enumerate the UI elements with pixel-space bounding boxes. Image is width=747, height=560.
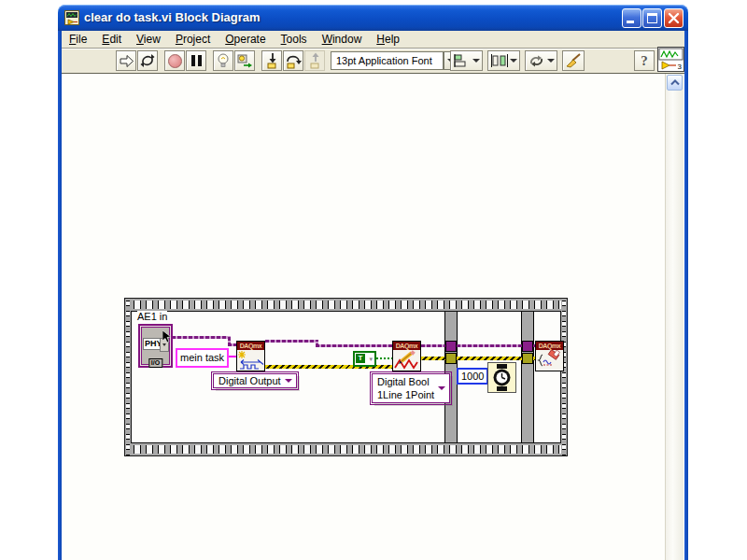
help-button[interactable]: ? xyxy=(634,50,655,71)
chevron-down-icon xyxy=(162,343,166,346)
menubar: File Edit View Project Operate Tools Win… xyxy=(62,31,684,49)
menu-tools-rest: ools xyxy=(287,33,307,46)
minimize-icon xyxy=(627,21,634,23)
pause-icon xyxy=(191,55,195,66)
menu-operate-rest: perate xyxy=(234,33,266,46)
reorder-dropdown[interactable] xyxy=(525,50,557,71)
task-wire[interactable] xyxy=(316,344,393,347)
sequence-frame-divider-2 xyxy=(521,312,534,442)
pause-button[interactable] xyxy=(186,50,206,71)
error-wire[interactable] xyxy=(457,357,522,360)
channel-type-value: Digital Output xyxy=(218,375,281,386)
step-over-icon xyxy=(286,53,302,69)
error-tunnel[interactable] xyxy=(522,353,533,364)
task-wire[interactable] xyxy=(172,336,231,339)
menu-help-key: H xyxy=(376,33,385,46)
abort-button[interactable] xyxy=(164,50,185,71)
highlight-execution-button[interactable] xyxy=(213,50,233,71)
boolean-wire[interactable] xyxy=(376,357,393,359)
task-tunnel[interactable] xyxy=(445,341,457,352)
vertical-scrollbar[interactable] xyxy=(665,74,684,560)
align-objects-icon xyxy=(454,54,471,67)
menu-operate[interactable]: Operate xyxy=(225,33,265,46)
menu-project-rest: roject xyxy=(183,33,210,46)
chevron-down-icon xyxy=(285,379,292,383)
channel-constant-label[interactable]: AE1 in xyxy=(137,311,167,322)
font-selector[interactable]: 13pt Application Font xyxy=(331,51,444,70)
vi-badge-number: 3 xyxy=(678,63,682,71)
vi-app-icon xyxy=(64,10,79,25)
task-tunnel[interactable] xyxy=(522,341,533,352)
abort-icon xyxy=(168,54,182,68)
desktop: clear do task.vi Block Diagram File Edit… xyxy=(0,0,747,560)
reorder-icon xyxy=(529,54,545,68)
true-boolean-constant[interactable]: T ▾ xyxy=(353,351,376,367)
titlebar[interactable]: clear do task.vi Block Diagram xyxy=(58,5,688,31)
menu-project[interactable]: Project xyxy=(176,33,210,46)
task-wire[interactable] xyxy=(421,344,445,347)
retain-wire-values-icon xyxy=(237,53,253,68)
task-wire[interactable] xyxy=(457,344,522,347)
daqmx-create-header: DAQmx xyxy=(237,342,264,350)
error-wire[interactable] xyxy=(421,357,445,360)
align-objects-dropdown[interactable] xyxy=(450,50,483,71)
wristwatch-icon xyxy=(488,363,515,392)
menu-view[interactable]: View xyxy=(136,33,161,46)
broom-icon xyxy=(565,53,582,68)
menu-window-rest: indow xyxy=(332,33,361,46)
run-continuously-button[interactable] xyxy=(137,50,158,71)
distribute-objects-dropdown[interactable] xyxy=(487,50,520,71)
daqmx-write-node[interactable]: DAQmx xyxy=(392,341,421,371)
maximize-button[interactable] xyxy=(642,8,662,28)
menu-operate-key: O xyxy=(225,33,233,46)
window-title: clear do task.vi Block Diagram xyxy=(84,5,261,31)
close-button[interactable] xyxy=(664,8,684,28)
true-constant-value: T xyxy=(356,354,365,363)
wait-ms-constant[interactable]: 1000 xyxy=(457,368,488,385)
daqmx-clear-task-node[interactable]: DAQmx xyxy=(535,341,564,371)
minimize-button[interactable] xyxy=(622,8,641,28)
daqmx-clear-header: DAQmx xyxy=(536,342,563,350)
write-mode-line2: 1Line 1Point xyxy=(377,388,434,401)
chevron-down-icon xyxy=(438,386,445,390)
wait-ms-function[interactable] xyxy=(487,362,516,393)
daqmx-create-channel-node[interactable]: DAQmx xyxy=(236,341,265,371)
menu-file[interactable]: File xyxy=(69,33,87,46)
scroll-up-button[interactable] xyxy=(667,75,683,91)
retain-wire-values-button[interactable] xyxy=(234,50,255,71)
task-wire[interactable] xyxy=(265,340,318,343)
boolean-dropdown-icon: ▾ xyxy=(369,356,373,362)
menu-window-key: W xyxy=(322,33,332,46)
channel-type-ring[interactable]: Digital Output xyxy=(213,373,297,388)
write-mode-ring[interactable]: Digital Bool 1Line 1Point xyxy=(372,373,450,403)
task-name-constant[interactable]: mein task xyxy=(176,348,229,368)
error-tunnel[interactable] xyxy=(445,353,457,364)
step-into-button[interactable] xyxy=(261,50,282,71)
menu-file-rest: ile xyxy=(76,33,87,46)
sequence-film-border-right xyxy=(561,299,567,455)
run-button[interactable] xyxy=(116,50,136,71)
menu-edit-rest: dit xyxy=(109,33,121,46)
block-diagram-canvas[interactable]: AE1 in PHYS I/O mein task DAQmx xyxy=(62,74,666,560)
lightbulb-icon xyxy=(217,53,230,69)
labview-block-diagram-window: clear do task.vi Block Diagram File Edit… xyxy=(58,5,688,560)
daqmx-create-icon xyxy=(237,350,264,371)
chevron-up-icon xyxy=(670,79,680,86)
run-continuously-icon xyxy=(140,53,155,68)
write-mode-line1: Digital Bool xyxy=(377,375,434,388)
menu-tools[interactable]: Tools xyxy=(281,33,307,46)
menu-view-rest: iew xyxy=(144,33,161,46)
sequence-film-border-bottom xyxy=(131,443,561,455)
step-out-icon xyxy=(308,52,322,69)
cleanup-diagram-button[interactable] xyxy=(562,50,585,71)
menu-help[interactable]: Help xyxy=(376,33,400,46)
vi-icon-badge[interactable]: 3 xyxy=(657,47,684,72)
menu-project-key: P xyxy=(176,33,183,46)
mouse-cursor xyxy=(162,330,172,343)
menu-window[interactable]: Window xyxy=(322,33,362,46)
step-over-button[interactable] xyxy=(283,50,303,71)
daqmx-write-icon xyxy=(393,350,420,371)
maximize-icon xyxy=(647,13,657,23)
menu-edit[interactable]: Edit xyxy=(102,33,121,46)
flat-sequence-structure[interactable]: AE1 in PHYS I/O mein task DAQmx xyxy=(124,298,568,456)
